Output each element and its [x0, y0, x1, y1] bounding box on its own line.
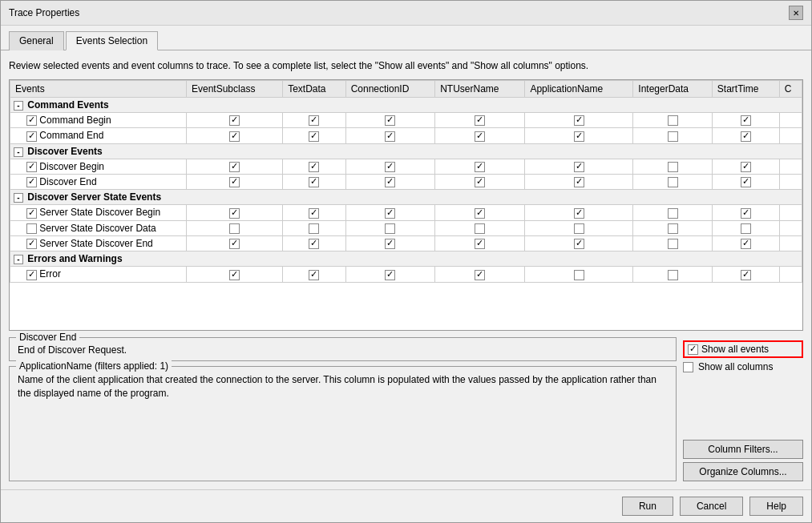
collapse-button[interactable]: - — [14, 147, 23, 157]
col-checkbox[interactable] — [475, 208, 485, 219]
col-checkbox[interactable] — [229, 115, 240, 126]
col-checkbox[interactable] — [229, 208, 240, 219]
col-checkbox[interactable] — [668, 208, 678, 219]
col-checkbox[interactable] — [309, 162, 319, 172]
col-checkbox[interactable] — [574, 208, 584, 219]
show-all-columns-row[interactable]: Show all columns — [683, 361, 803, 372]
col-checkbox[interactable] — [309, 239, 319, 249]
title-bar: Trace Properties ✕ — [1, 1, 811, 26]
row-event-checkbox[interactable] — [26, 162, 37, 172]
col-checkbox[interactable] — [309, 223, 319, 234]
events-table-area[interactable]: Events EventSubclass TextData Connection… — [9, 79, 803, 331]
col-checkbox[interactable] — [668, 270, 678, 280]
show-all-events-row[interactable]: Show all events — [683, 340, 803, 358]
events-table: Events EventSubclass TextData Connection… — [10, 80, 802, 283]
col-checkbox[interactable] — [229, 223, 240, 234]
col-checkbox[interactable] — [741, 223, 751, 234]
discover-end-box: Discover End End of Discover Request. — [9, 337, 677, 361]
tab-general[interactable]: General — [9, 31, 64, 50]
col-checkbox[interactable] — [668, 239, 678, 249]
col-checkbox[interactable] — [668, 177, 678, 187]
col-checkbox[interactable] — [475, 239, 485, 249]
col-checkbox[interactable] — [309, 177, 319, 187]
table-row: Discover End — [10, 174, 802, 189]
col-checkbox[interactable] — [385, 270, 395, 280]
help-button[interactable]: Help — [749, 497, 803, 516]
row-event-checkbox[interactable] — [26, 270, 37, 280]
col-checkbox[interactable] — [668, 115, 678, 126]
col-eventsubclass: EventSubclass — [187, 81, 283, 98]
col-checkbox[interactable] — [574, 115, 584, 126]
col-checkbox[interactable] — [741, 162, 751, 172]
table-group-row: - Errors and Warnings — [10, 251, 802, 267]
footer-buttons: Run Cancel Help — [1, 489, 811, 522]
col-checkbox[interactable] — [668, 162, 678, 172]
collapse-button[interactable]: - — [14, 101, 23, 111]
discover-end-text: End of Discover Request. — [18, 344, 668, 356]
row-event-checkbox[interactable] — [26, 239, 37, 249]
col-checkbox[interactable] — [574, 239, 584, 249]
col-checkbox[interactable] — [385, 115, 395, 126]
col-checkbox[interactable] — [574, 177, 584, 187]
run-button[interactable]: Run — [622, 497, 673, 516]
col-checkbox[interactable] — [309, 270, 319, 280]
col-checkbox[interactable] — [229, 131, 240, 142]
col-checkbox[interactable] — [574, 131, 584, 142]
col-checkbox[interactable] — [574, 223, 584, 234]
table-group-row: - Command Events — [10, 98, 802, 113]
col-checkbox[interactable] — [229, 177, 240, 187]
row-event-checkbox[interactable] — [26, 223, 37, 234]
col-checkbox[interactable] — [475, 223, 485, 234]
column-filters-button[interactable]: Column Filters... — [683, 440, 803, 459]
col-checkbox[interactable] — [475, 115, 485, 126]
col-checkbox[interactable] — [229, 239, 240, 249]
col-checkbox[interactable] — [229, 162, 240, 172]
organize-columns-button[interactable]: Organize Columns... — [683, 462, 803, 481]
table-row: Server State Discover End — [10, 235, 802, 251]
col-checkbox[interactable] — [668, 131, 678, 142]
col-checkbox[interactable] — [741, 239, 751, 249]
col-checkbox[interactable] — [668, 223, 678, 234]
row-event-checkbox[interactable] — [26, 177, 37, 187]
tab-bar: General Events Selection — [1, 26, 811, 50]
col-checkbox[interactable] — [741, 131, 751, 142]
col-checkbox[interactable] — [309, 131, 319, 142]
col-checkbox[interactable] — [741, 177, 751, 187]
tab-events-selection[interactable]: Events Selection — [66, 31, 158, 50]
col-checkbox[interactable] — [385, 239, 395, 249]
collapse-button[interactable]: - — [14, 255, 23, 264]
col-checkbox[interactable] — [385, 162, 395, 172]
row-event-checkbox[interactable] — [26, 115, 37, 126]
right-panel: Show all events Show all columns Column … — [683, 337, 803, 481]
table-row: Discover Begin — [10, 159, 802, 174]
col-textdata: TextData — [283, 81, 346, 98]
instruction-text: Review selected events and event columns… — [9, 58, 803, 73]
close-button[interactable]: ✕ — [789, 6, 803, 20]
collapse-button[interactable]: - — [14, 193, 23, 203]
row-event-checkbox[interactable] — [26, 208, 37, 219]
col-checkbox[interactable] — [475, 162, 485, 172]
col-checkbox[interactable] — [385, 223, 395, 234]
col-checkbox[interactable] — [741, 115, 751, 126]
col-checkbox[interactable] — [385, 177, 395, 187]
table-group-row: - Discover Server State Events — [10, 190, 802, 205]
col-checkbox[interactable] — [741, 208, 751, 219]
col-checkbox[interactable] — [385, 131, 395, 142]
col-checkbox[interactable] — [309, 208, 319, 219]
row-event-checkbox[interactable] — [26, 131, 37, 142]
col-checkbox[interactable] — [475, 270, 485, 280]
dialog-title: Trace Properties — [9, 7, 79, 18]
col-checkbox[interactable] — [475, 131, 485, 142]
col-checkbox[interactable] — [309, 115, 319, 126]
col-checkbox[interactable] — [574, 270, 584, 280]
col-checkbox[interactable] — [385, 208, 395, 219]
col-checkbox[interactable] — [741, 270, 751, 280]
col-checkbox[interactable] — [475, 177, 485, 187]
action-buttons: Column Filters... Organize Columns... — [683, 440, 803, 481]
col-checkbox[interactable] — [229, 270, 240, 280]
col-checkbox[interactable] — [574, 162, 584, 172]
cancel-button[interactable]: Cancel — [680, 497, 743, 516]
col-connectionid: ConnectionID — [345, 81, 434, 98]
show-all-events-checkbox[interactable] — [688, 344, 698, 355]
show-all-columns-checkbox[interactable] — [683, 362, 693, 372]
